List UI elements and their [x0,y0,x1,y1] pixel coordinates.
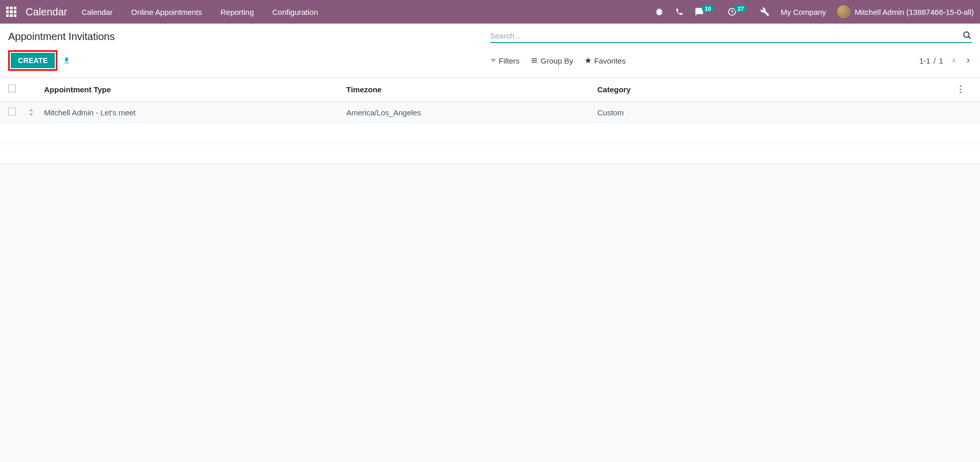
svg-marker-9 [29,109,33,111]
page-title: Appointment Invitations [8,29,490,43]
header-checkbox-col [8,85,29,94]
phone-icon[interactable] [675,8,683,16]
search-options: Filters Group By Favorites [490,56,626,65]
empty-row [0,124,980,144]
cp-right: Filters Group By Favorites 1-1 / 1 [490,56,972,65]
row-checkbox-col [8,108,29,117]
cp-left: CREATE [8,50,490,71]
favorites-dropdown[interactable]: Favorites [585,56,626,65]
user-menu[interactable]: Mitchell Admin (13887466-15-0-all) [837,5,974,18]
messages-icon[interactable]: 10 [695,7,716,16]
filters-dropdown[interactable]: Filters [490,56,520,65]
groupby-dropdown[interactable]: Group By [531,56,573,65]
messages-badge: 10 [702,5,714,12]
create-highlight: CREATE [8,50,57,71]
activities-icon[interactable]: 27 [727,7,749,16]
drag-handle-icon[interactable] [29,109,44,116]
pager-nav [950,57,972,64]
search-box[interactable] [490,29,972,43]
nav-link-reporting[interactable]: Reporting [220,8,254,16]
download-icon[interactable] [62,56,71,65]
apps-icon[interactable] [6,7,16,17]
tools-icon[interactable] [760,7,769,16]
pager-next-icon[interactable] [965,57,972,64]
cell-appointment-type: Mitchell Admin - Let's meet [44,108,346,117]
pager-range[interactable]: 1-1 / 1 [919,56,943,65]
main-navbar: Calendar Calendar Online Appointments Re… [0,0,980,24]
search-area [490,29,972,43]
groupby-label: Group By [540,56,573,65]
svg-point-8 [960,91,961,93]
spacer-row [0,144,980,164]
nav-link-calendar[interactable]: Calendar [81,8,113,16]
table-row[interactable]: Mitchell Admin - Let's meet America/Los_… [0,102,980,124]
svg-point-7 [960,88,961,90]
svg-point-6 [960,85,961,87]
select-all-checkbox[interactable] [8,85,16,92]
bug-icon[interactable] [655,7,664,16]
filters-label: Filters [499,56,520,65]
pager: 1-1 / 1 [919,56,972,65]
header-appointment-type[interactable]: Appointment Type [44,85,346,94]
control-panel-top: Appointment Invitations [8,29,972,43]
app-brand[interactable]: Calendar [26,6,67,18]
header-category[interactable]: Category [597,85,960,94]
avatar [837,5,850,18]
svg-marker-10 [29,113,33,116]
search-input[interactable] [490,31,963,40]
cell-timezone: America/Los_Angeles [346,108,597,117]
navbar-left: Calendar Calendar Online Appointments Re… [6,6,318,18]
column-options-icon[interactable] [960,85,972,93]
nav-link-online-appointments[interactable]: Online Appointments [131,8,202,16]
control-panel: Appointment Invitations CREATE Filt [0,24,980,77]
bottom-line [0,164,980,164]
row-checkbox[interactable] [8,108,16,115]
control-panel-bottom: CREATE Filters Group By Favorites [8,50,972,71]
header-timezone[interactable]: Timezone [346,85,597,94]
create-button[interactable]: CREATE [11,53,55,68]
user-name: Mitchell Admin (13887466-15-0-all) [854,8,974,16]
nav-link-configuration[interactable]: Configuration [273,8,318,16]
svg-line-2 [968,36,971,39]
favorites-label: Favorites [594,56,626,65]
company-selector[interactable]: My Company [781,8,826,16]
navbar-right: 10 27 My Company Mitchell Admin (1388746… [655,5,974,18]
row-handle-col [29,109,44,116]
pager-prev-icon[interactable] [950,57,957,64]
svg-point-1 [964,32,969,37]
table-header: Appointment Type Timezone Category [0,77,980,102]
cell-category: Custom [597,108,960,117]
nav-links: Calendar Online Appointments Reporting C… [81,8,318,16]
search-icon[interactable] [963,31,972,40]
list-view: Appointment Type Timezone Category Mitch… [0,77,980,164]
activities-badge: 27 [735,5,747,12]
